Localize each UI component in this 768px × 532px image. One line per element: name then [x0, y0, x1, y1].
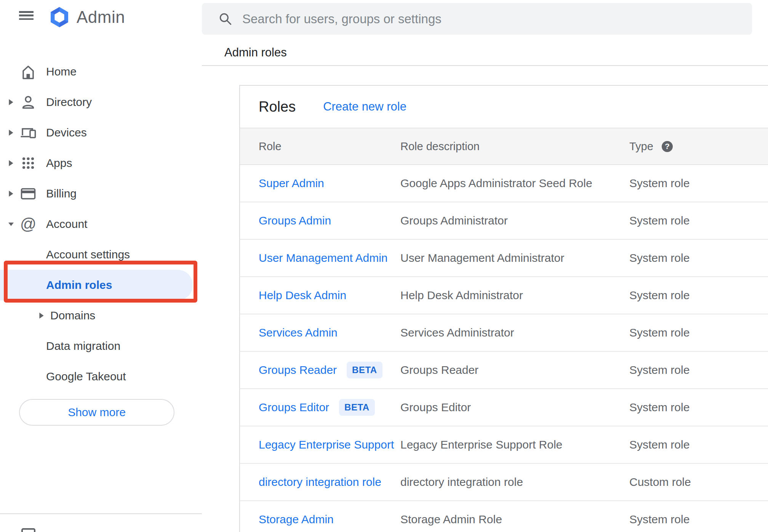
role-type-cell: System role	[629, 401, 768, 414]
sidebar: Admin HomeDirectoryDevicesAppsBilling@Ac…	[0, 0, 202, 532]
show-more-button[interactable]: Show more	[19, 399, 174, 426]
help-icon[interactable]: ?	[662, 141, 673, 152]
table-row[interactable]: Legacy Enterprise SupportLegacy Enterpri…	[240, 426, 768, 464]
role-link[interactable]: Services Admin	[259, 326, 338, 339]
role-cell: Groups EditorBETA	[259, 399, 400, 416]
role-link[interactable]: Groups Admin	[259, 214, 331, 227]
table-row[interactable]: Groups AdminGroups AdministratorSystem r…	[240, 202, 768, 240]
at-sign-icon: @	[20, 216, 37, 232]
role-description-cell: Google Apps Administrator Seed Role	[400, 177, 629, 190]
search-bar[interactable]	[202, 3, 752, 35]
role-description-cell: Services Administrator	[400, 326, 629, 339]
role-type-cell: System role	[629, 252, 768, 264]
sidebar-item-domains[interactable]: Domains	[0, 300, 202, 331]
sidebar-item-label: Devices	[46, 126, 87, 139]
table-row[interactable]: Storage AdminStorage Admin RoleSystem ro…	[240, 501, 768, 532]
table-row[interactable]: Groups EditorBETAGroups EditorSystem rol…	[240, 389, 768, 426]
table-row[interactable]: Services AdminServices AdministratorSyst…	[240, 314, 768, 352]
role-type-cell: System role	[629, 289, 768, 302]
role-link[interactable]: Super Admin	[259, 177, 324, 190]
sidebar-item-admin-roles[interactable]: Admin roles	[0, 270, 193, 300]
sidebar-item-directory[interactable]: Directory	[0, 87, 202, 117]
main-content: Admin roles Roles Create new role Role R…	[202, 0, 768, 532]
role-cell: Groups Admin	[259, 214, 400, 227]
sidebar-item-label: Account settings	[46, 248, 130, 261]
sidebar-item-account-settings[interactable]: Account settings	[0, 239, 202, 270]
role-link[interactable]: Storage Admin	[259, 513, 334, 526]
breadcrumb: Admin roles	[224, 46, 287, 59]
role-link[interactable]: directory integration role	[259, 476, 381, 489]
table-row[interactable]: Groups ReaderBETAGroups ReaderSystem rol…	[240, 352, 768, 389]
content-divider	[202, 65, 768, 66]
role-link[interactable]: Groups Editor	[259, 401, 329, 414]
role-type-cell: System role	[629, 438, 768, 451]
sidebar-item-account[interactable]: @Account	[0, 209, 202, 239]
beta-badge: BETA	[347, 362, 382, 378]
role-link[interactable]: Groups Reader	[259, 364, 337, 377]
role-description-cell: Groups Reader	[400, 364, 629, 377]
app-brand: Admin	[48, 6, 125, 28]
role-cell: Storage Admin	[259, 513, 400, 526]
role-cell: Super Admin	[259, 177, 400, 190]
table-row[interactable]: User Management AdminUser Management Adm…	[240, 240, 768, 277]
sidebar-item-devices[interactable]: Devices	[0, 117, 202, 148]
role-cell: Legacy Enterprise Support	[259, 438, 400, 451]
panel-title: Roles	[259, 99, 296, 115]
sidebar-item-data-migration[interactable]: Data migration	[0, 331, 202, 361]
admin-hexagon-logo-icon	[48, 6, 70, 28]
role-link[interactable]: User Management Admin	[259, 252, 388, 264]
sidebar-bottom-divider	[0, 513, 202, 514]
sidebar-item-apps[interactable]: Apps	[0, 148, 202, 178]
role-description-cell: Groups Administrator	[400, 214, 629, 227]
role-description-cell: directory integration role	[400, 476, 629, 489]
role-link[interactable]: Help Desk Admin	[259, 289, 346, 302]
chevron-right-icon[interactable]	[8, 99, 14, 106]
role-description-cell: Groups Editor	[400, 401, 629, 414]
person-icon	[20, 94, 37, 111]
table-row[interactable]: Super AdminGoogle Apps Administrator See…	[240, 165, 768, 202]
table-row[interactable]: directory integration roledirectory inte…	[240, 464, 768, 501]
hamburger-menu-icon[interactable]	[19, 11, 34, 20]
search-input[interactable]	[242, 12, 730, 26]
chevron-right-icon[interactable]	[8, 160, 14, 167]
sidebar-item-label: Google Takeout	[46, 370, 126, 383]
role-type-cell: System role	[629, 513, 768, 526]
sidebar-item-google-takeout[interactable]: Google Takeout	[0, 361, 202, 392]
table-body: Super AdminGoogle Apps Administrator See…	[240, 165, 768, 532]
role-link[interactable]: Legacy Enterprise Support	[259, 438, 394, 451]
sidebar-item-label: Domains	[50, 309, 95, 322]
role-cell: Groups ReaderBETA	[259, 362, 400, 378]
role-cell: User Management Admin	[259, 252, 400, 264]
sidebar-item-label: Home	[46, 65, 77, 78]
role-type-cell: System role	[629, 364, 768, 377]
devices-icon	[20, 124, 37, 141]
brand-title: Admin	[77, 8, 125, 27]
role-type-cell: System role	[629, 177, 768, 190]
chevron-right-icon[interactable]	[8, 190, 14, 197]
sidebar-item-home[interactable]: Home	[0, 56, 202, 87]
role-description-cell: Help Desk Administrator	[400, 289, 629, 302]
chevron-down-icon[interactable]	[8, 221, 14, 228]
sidebar-item-label: Admin roles	[46, 279, 112, 292]
column-header-role-description: Role description	[400, 140, 629, 153]
role-description-cell: Legacy Enterprise Support Role	[400, 438, 629, 451]
role-cell: directory integration role	[259, 476, 400, 489]
role-description-cell: User Management Administrator	[400, 252, 629, 264]
search-icon	[218, 11, 233, 27]
sidebar-item-billing[interactable]: Billing	[0, 178, 202, 209]
apps-grid-icon	[20, 155, 37, 171]
role-description-cell: Storage Admin Role	[400, 513, 629, 526]
chevron-right-icon[interactable]	[38, 312, 45, 319]
table-row[interactable]: Help Desk AdminHelp Desk AdministratorSy…	[240, 277, 768, 314]
credit-card-icon	[20, 185, 37, 202]
sidebar-item-label: Directory	[46, 96, 92, 109]
sidebar-item-label: Data migration	[46, 340, 120, 353]
table-header: Role Role description Type ?	[240, 128, 768, 165]
chevron-right-icon[interactable]	[8, 129, 14, 136]
roles-panel: Roles Create new role Role Role descript…	[239, 85, 768, 532]
role-cell: Services Admin	[259, 326, 400, 339]
sidebar-nav: HomeDirectoryDevicesAppsBilling@AccountA…	[0, 56, 202, 392]
create-new-role-link[interactable]: Create new role	[323, 100, 406, 114]
beta-badge: BETA	[339, 399, 375, 416]
column-header-role: Role	[259, 140, 400, 153]
